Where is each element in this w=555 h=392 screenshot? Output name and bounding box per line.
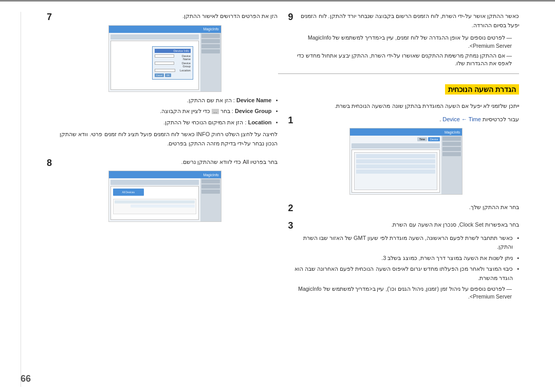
step-7-info: לחיצה על לחצן השלט רחוק INFO כאשר לוח הז… — [52, 130, 278, 148]
step-7-number: 7 — [41, 12, 52, 23]
ss-toolbar-3 — [351, 143, 440, 148]
step-3-text: בחר באפשרות Clock Set, סנכרן את השעה עם … — [293, 220, 520, 230]
ss-dialog-1: Device Info Device Name Device Group — [152, 46, 193, 80]
screenshot-step8: MagicInfo — [108, 171, 221, 222]
ss-dialog-row-2: Device Group — [155, 62, 191, 68]
step-9-row: 9 כאשר ההתקן אושר על-ידי השרת, לוח הזמני… — [278, 12, 520, 69]
ss-main-3: Device Time — [350, 136, 441, 194]
location-bold: Location — [248, 119, 272, 125]
step-2-row: 2 בחר את ההתקן שלך. — [278, 203, 520, 216]
step-1-prefix: עבור לכרטיסיות — [483, 116, 519, 122]
section-title-container: הגדרת השעה הנוכחית — [278, 78, 520, 99]
ss-cancel-btn: Cancel — [155, 73, 164, 77]
ss-ok-btn: OK — [165, 73, 171, 77]
step-9-note1-text: לפרטים נוספים על אופן ההגדרה של לוח זמני… — [308, 34, 512, 49]
step-1-content: עבור לכרטיסיות Device ← Time . MagicInfo — [293, 115, 520, 199]
screenshot-top-right: MagicInfo — [108, 25, 221, 92]
page-container: 7 הזן את הפרטים הדרושים לאישור ההתקן. Ma… — [0, 0, 555, 392]
step-3-number: 3 — [282, 220, 293, 231]
ss-titlebar-1: MagicInfo — [109, 26, 221, 33]
ss-sidebar-3 — [441, 136, 462, 194]
section-intro: ייתכן שלזמני לא יפעל אם השעה המוגדרת בהת… — [278, 102, 520, 111]
ss-body-3: Device Time — [350, 136, 462, 194]
ss-dialog-row-3: Location — [155, 69, 191, 72]
location-label: Location — [180, 69, 191, 72]
step-7-bullet3: Location : הזן את המיקום הנוכחי של ההתקן… — [52, 118, 278, 127]
step-1-text: עבור לכרטיסיות Device ← Time . — [293, 115, 520, 124]
ss-dialog-input-3 — [155, 69, 175, 72]
ss-title-text-1: MagicInfo — [203, 27, 218, 31]
step-3-content: בחר באפשרות Clock Set, סנכרן את השעה עם … — [293, 220, 520, 303]
step-1-suffix: . — [439, 116, 441, 122]
step-9-note2-text: אם ההתקן נמחק מרשימת ההתקנים שאושרו על-י… — [297, 52, 512, 67]
step-7-bullet1: Device Name : הזן את שם ההתקן. — [52, 96, 278, 105]
step-8-content: בחר בפרטיו All כדי לוודא שההתקן נרשם. Ma… — [52, 158, 278, 227]
step-3-note: — לפרטים נוספים על ניהול זמן (זמנון, ניה… — [293, 285, 520, 302]
step-9-text: כאשר ההתקן אושר על-ידי השרת, לוח הזמנים … — [293, 12, 520, 30]
step-7-bullet2: Device Group : בחר ... כדי לציין את הקבו… — [52, 107, 278, 116]
screenshot-step1: MagicInfo — [349, 128, 462, 195]
device-name-bold: Device Name — [236, 97, 272, 103]
ss-sidebar-2 — [200, 178, 221, 221]
step-1-number: 1 — [282, 115, 293, 126]
ss-toolbar-2 — [110, 180, 199, 185]
section-divider — [278, 73, 520, 74]
step-9-content: כאשר ההתקן אושר על-ידי השרת, לוח הזמנים … — [293, 12, 520, 69]
ss-dialog-buttons-1: OK Cancel — [155, 73, 191, 77]
step-7-bullet2-suffix: כדי לציין את הקבוצה. — [160, 108, 210, 114]
step-1-blue: Device ← Time — [442, 116, 481, 122]
ss-body-1: Device Info Device Name Device Group — [109, 33, 221, 91]
ss-title-text-2: MagicInfo — [203, 173, 218, 177]
step-7-bullet3-text: : הזן את המיקום הנוכחי של ההתקן. — [163, 119, 246, 125]
step-2-text: בחר את ההתקן שלך. — [293, 203, 520, 212]
step-3-row: 3 בחר באפשרות Clock Set, סנכרן את השעה ע… — [278, 220, 520, 303]
content-area: 7 הזן את הפרטים הדרושים לאישור ההתקן. Ma… — [0, 2, 555, 392]
ss-content-2: All Devices — [110, 186, 199, 220]
device-name-label: Device Name — [174, 54, 191, 61]
step-9-note1: — לפרטים נוספים על אופן ההגדרה של לוח זמ… — [293, 34, 520, 50]
step-3-bullet2: ניתן לשנות את השעה במוצר דרך השרת, כמוצג… — [293, 254, 520, 263]
step-3-note-text: לפרטים נוספים על ניהול זמן (זמנון, ניהול… — [298, 286, 512, 300]
step-9-number: 9 — [282, 12, 293, 23]
step-7-bullet1-text: : הזן את שם ההתקן. — [187, 97, 235, 103]
ss-content-1: Device Info Device Name Device Group — [110, 41, 199, 90]
step-3-bullet3: כיבוי המוצר ולאחר מכן הפעלתו מחדש יגרום … — [293, 265, 520, 283]
device-group-label: Device Group — [174, 62, 191, 68]
ss-dialog-title-1: Device Info — [155, 49, 191, 53]
step-2-content: בחר את ההתקן שלך. — [293, 203, 520, 216]
right-column: 7 הזן את הפרטים הדרושים לאישור ההתקן. Ma… — [21, 12, 278, 387]
ss-dialog-row-1: Device Name — [155, 54, 191, 61]
ss-toolbar-1 — [110, 34, 199, 40]
ss-main-1: Device Info Device Name Device Group — [109, 33, 200, 91]
ss-main-2: All Devices — [109, 178, 200, 221]
step-8-number: 8 — [41, 158, 52, 169]
left-column: 9 כאשר ההתקן אושר על-ידי השרת, לוח הזמני… — [278, 12, 535, 387]
step-8-row: 8 בחר בפרטיו All כדי לוודא שההתקן נרשם. … — [36, 158, 278, 227]
ss-dialog-input-1 — [155, 54, 174, 58]
ss-dialog-input-2 — [155, 62, 174, 65]
step-7-bullet2-dots: ... — [212, 109, 219, 114]
ss-content-3 — [351, 150, 440, 193]
ss-sidebar-1 — [200, 33, 221, 91]
step-7-intro: הזן את הפרטים הדרושים לאישור ההתקן. — [52, 12, 278, 21]
step-7-content: הזן את הפרטים הדרושים לאישור ההתקן. Magi… — [52, 12, 278, 153]
step-7-bullet2-text: : בחר — [220, 108, 233, 114]
step-3-bullet1: כאשר תתחבר לשרת לפעם הראשונה, השעה מוגדר… — [293, 234, 520, 252]
device-group-bold: Device Group — [235, 108, 272, 114]
ss-titlebar-3: MagicInfo — [350, 128, 462, 136]
step-9-note2: — אם ההתקן נמחק מרשימת ההתקנים שאושרו על… — [293, 52, 520, 68]
step-1-row: 1 עבור לכרטיסיות Device ← Time . MagicIn… — [278, 115, 520, 199]
step-8-text: בחר בפרטיו All כדי לוודא שההתקן נרשם. — [52, 158, 278, 167]
page-number: 66 — [21, 374, 31, 384]
section-title: הגדרת השעה הנוכחית — [445, 84, 519, 95]
ss-body-2: All Devices — [109, 178, 221, 221]
ss-tabs: Device Time — [351, 137, 440, 141]
step-2-number: 2 — [282, 203, 293, 214]
ss-title-text-3: MagicInfo — [445, 130, 460, 134]
step-7-row: 7 הזן את הפרטים הדרושים לאישור ההתקן. Ma… — [36, 12, 278, 153]
ss-titlebar-2: MagicInfo — [109, 171, 221, 178]
